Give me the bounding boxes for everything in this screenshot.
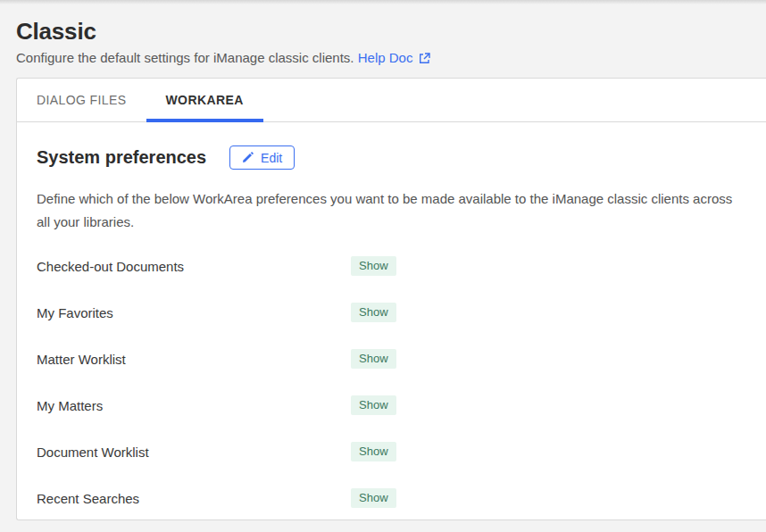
preference-row: Document Worklist Show xyxy=(37,428,746,475)
workarea-panel: System preferences Edit Define which of … xyxy=(17,145,766,521)
preference-label: My Favorites xyxy=(37,305,351,320)
tab-bar: DIALOG FILES WORKAREA xyxy=(17,79,766,122)
preference-row: Matter Worklist Show xyxy=(37,336,746,382)
preference-label: Checked-out Documents xyxy=(37,259,351,274)
page-subtitle: Configure the default settings for iMana… xyxy=(16,49,750,67)
status-badge: Show xyxy=(351,395,396,415)
preference-list: Checked-out Documents Show My Favorites … xyxy=(37,243,746,521)
status-badge: Show xyxy=(351,442,396,461)
section-description: Define which of the below WorkArea prefe… xyxy=(37,187,744,234)
help-doc-link[interactable]: Help Doc xyxy=(358,49,431,67)
tab-dialog-files[interactable]: DIALOG FILES xyxy=(17,79,146,121)
status-badge: Show xyxy=(351,303,396,322)
tab-workarea-label: WORKAREA xyxy=(166,93,244,107)
settings-card: DIALOG FILES WORKAREA System preferences… xyxy=(16,78,766,520)
status-badge: Show xyxy=(351,256,396,276)
preference-row: Recent Searches Show xyxy=(37,475,746,521)
preference-row: Checked-out Documents Show xyxy=(37,243,746,289)
preference-label: Document Worklist xyxy=(37,445,351,460)
preference-row: My Favorites Show xyxy=(37,289,746,336)
page-title: Classic xyxy=(16,18,750,45)
status-badge: Show xyxy=(351,488,396,508)
preference-label: My Matters xyxy=(37,398,351,413)
pencil-icon xyxy=(242,152,254,163)
status-badge: Show xyxy=(351,349,396,369)
tab-workarea[interactable]: WORKAREA xyxy=(146,79,263,121)
section-header: System preferences Edit xyxy=(37,145,746,170)
preference-label: Recent Searches xyxy=(37,491,351,506)
active-tab-indicator xyxy=(146,119,263,122)
top-shadow xyxy=(0,0,766,4)
page-subtitle-text: Configure the default settings for iMana… xyxy=(16,50,354,65)
edit-button[interactable]: Edit xyxy=(229,145,295,170)
section-title: System preferences xyxy=(37,147,206,168)
preference-label: Matter Worklist xyxy=(37,352,351,367)
preference-row: My Matters Show xyxy=(37,382,746,428)
external-link-icon xyxy=(419,53,430,64)
help-doc-link-label: Help Doc xyxy=(358,49,413,67)
page-header: Classic Configure the default settings f… xyxy=(0,0,766,67)
edit-button-label: Edit xyxy=(261,151,282,165)
